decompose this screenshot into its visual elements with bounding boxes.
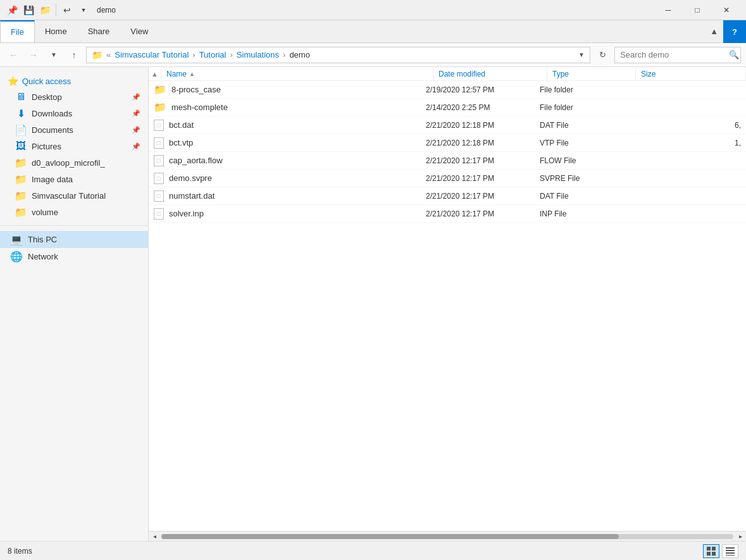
ribbon-expand[interactable]: ▲ xyxy=(705,20,723,42)
file-icon: □ xyxy=(154,137,164,149)
ribbon: File Home Share View ▲ ? xyxy=(0,20,746,43)
maximize-button[interactable]: □ xyxy=(683,0,712,20)
network-icon: 🌐 xyxy=(10,251,23,263)
save-icon[interactable]: 💾 xyxy=(22,3,35,17)
cell-date: 2/21/2020 12:17 PM xyxy=(421,209,535,218)
minimize-button[interactable]: ─ xyxy=(654,0,683,20)
col-header-name[interactable]: Name ▲ xyxy=(161,67,433,81)
titlebar-toolbar-icons: 📌 💾 📁 ↩ ▼ xyxy=(5,3,90,17)
sidebar-item-downloads[interactable]: ⬇ Downloads 📌 xyxy=(0,105,148,121)
sidebar-item-thispc[interactable]: 💻 This PC xyxy=(0,231,148,248)
search-input[interactable] xyxy=(620,50,726,59)
folder-icon[interactable]: 📁 xyxy=(38,3,52,17)
computer-icon: 💻 xyxy=(10,233,23,246)
dropdown-icon[interactable]: ▼ xyxy=(77,3,90,17)
table-row[interactable]: 📁 mesh-complete 2/14/2020 2:25 PM File f… xyxy=(149,99,746,116)
crumb-simulations[interactable]: Simulations xyxy=(237,50,279,59)
folder-yellow-icon: 📁 xyxy=(15,157,27,168)
horizontal-scrollbar[interactable]: ◂ ▸ xyxy=(149,531,746,541)
sidebar-item-documents[interactable]: 📄 Documents 📌 xyxy=(0,121,148,138)
file-icon: □ xyxy=(154,173,164,184)
svg-rect-6 xyxy=(726,552,735,554)
table-row[interactable]: 📁 8-procs_case 2/19/2020 12:57 PM File f… xyxy=(149,81,746,99)
recent-locations-button[interactable]: ▼ xyxy=(46,47,62,63)
up-button[interactable]: ↑ xyxy=(66,47,82,63)
table-row[interactable]: □ demo.svpre 2/21/2020 12:17 PM SVPRE Fi… xyxy=(149,170,746,187)
folder-yellow-icon2: 📁 xyxy=(15,173,27,185)
large-view-icon xyxy=(726,547,735,556)
file-name: cap_aorta.flow xyxy=(169,156,223,165)
table-row[interactable]: □ cap_aorta.flow 2/21/2020 12:17 PM FLOW… xyxy=(149,152,746,170)
folder-icon: 📁 xyxy=(154,84,166,96)
table-row[interactable]: □ bct.vtp 2/21/2020 12:18 PM VTP File 1, xyxy=(149,134,746,152)
main-area: ⭐ Quick access 🖥 Desktop 📌 ⬇ Downloads 📌… xyxy=(0,67,746,541)
collapse-button[interactable]: ▲ xyxy=(149,67,161,81)
svg-rect-5 xyxy=(726,550,735,551)
scroll-track[interactable] xyxy=(161,534,733,539)
view-details-button[interactable] xyxy=(703,544,719,558)
svg-rect-7 xyxy=(726,555,735,556)
tab-view[interactable]: View xyxy=(120,20,159,42)
cell-type: SVPRE File xyxy=(535,174,623,183)
tab-file[interactable]: File xyxy=(0,20,35,42)
quick-access-header[interactable]: ⭐ Quick access xyxy=(0,72,148,89)
crumb-demo: demo xyxy=(289,50,310,59)
search-box[interactable]: 🔍 xyxy=(614,47,741,63)
file-list: 📁 8-procs_case 2/19/2020 12:57 PM File f… xyxy=(149,81,746,531)
scroll-left[interactable]: ◂ xyxy=(150,532,159,541)
address-folder-icon: 📁 xyxy=(92,50,103,60)
file-icon: □ xyxy=(154,120,164,131)
sidebar-item-volume[interactable]: 📁 volume xyxy=(0,204,148,220)
crumb-simvascular[interactable]: Simvascular Tutorial xyxy=(115,50,189,59)
scroll-thumb[interactable] xyxy=(161,534,619,539)
scroll-right[interactable]: ▸ xyxy=(736,532,745,541)
forward-button[interactable]: → xyxy=(25,47,42,63)
help-button[interactable]: ? xyxy=(723,20,746,43)
file-icon: □ xyxy=(154,155,164,166)
sidebar-item-d0avloop[interactable]: 📁 d0_avloop_microfil_ xyxy=(0,154,148,171)
col-header-type[interactable]: Type xyxy=(547,67,636,81)
sidebar-item-imagedata[interactable]: 📁 Image data xyxy=(0,171,148,187)
cell-type: File folder xyxy=(535,103,623,112)
tab-home[interactable]: Home xyxy=(35,20,78,42)
table-row[interactable]: □ bct.dat 2/21/2020 12:18 PM DAT File 6, xyxy=(149,116,746,134)
col-header-size[interactable]: Size xyxy=(636,67,746,81)
cell-date: 2/21/2020 12:18 PM xyxy=(421,121,535,130)
table-row[interactable]: □ solver.inp 2/21/2020 12:17 PM INP File xyxy=(149,205,746,223)
address-path[interactable]: 📁 « Simvascular Tutorial › Tutorial › Si… xyxy=(86,47,590,63)
cell-type: VTP File xyxy=(535,139,623,147)
column-headers: ▲ Name ▲ Date modified Type Size xyxy=(149,67,746,81)
sidebar-item-desktop[interactable]: 🖥 Desktop 📌 xyxy=(0,89,148,105)
refresh-button[interactable]: ↻ xyxy=(594,47,611,63)
address-dropdown-icon[interactable]: ▼ xyxy=(578,51,585,58)
cell-type: FLOW File xyxy=(535,156,623,165)
pin-icon: 📌 xyxy=(132,126,140,134)
sidebar-item-pictures[interactable]: 🖼 Pictures 📌 xyxy=(0,138,148,154)
pin-icon: 📌 xyxy=(132,109,140,118)
undo-icon[interactable]: ↩ xyxy=(60,3,74,17)
file-icon: □ xyxy=(154,190,164,202)
cell-name: □ bct.vtp xyxy=(149,137,421,149)
crumb-tutorial[interactable]: Tutorial xyxy=(199,50,227,59)
view-large-button[interactable] xyxy=(722,544,738,558)
cell-name: □ demo.svpre xyxy=(149,173,421,184)
close-button[interactable]: ✕ xyxy=(712,0,741,20)
file-name: solver.inp xyxy=(169,209,204,218)
view-controls xyxy=(703,544,738,558)
pin-icon[interactable]: 📌 xyxy=(5,3,19,17)
col-header-date[interactable]: Date modified xyxy=(433,67,547,81)
cell-date: 2/21/2020 12:17 PM xyxy=(421,192,535,201)
table-row[interactable]: □ numstart.dat 2/21/2020 12:17 PM DAT Fi… xyxy=(149,187,746,205)
sidebar-item-network[interactable]: 🌐 Network xyxy=(0,248,148,265)
svg-rect-3 xyxy=(712,552,716,556)
cell-size: 1, xyxy=(623,139,746,147)
cell-type: DAT File xyxy=(535,121,623,130)
folder-yellow-icon3: 📁 xyxy=(15,190,27,201)
file-content: ▲ Name ▲ Date modified Type Size 📁 8-pro… xyxy=(149,67,746,541)
cell-date: 2/21/2020 12:17 PM xyxy=(421,156,535,165)
back-button[interactable]: ← xyxy=(5,47,22,63)
details-view-icon xyxy=(707,547,716,556)
sidebar-item-simvascular[interactable]: 📁 Simvascular Tutorial xyxy=(0,187,148,204)
file-name: 8-procs_case xyxy=(171,85,221,94)
tab-share[interactable]: Share xyxy=(78,20,121,42)
